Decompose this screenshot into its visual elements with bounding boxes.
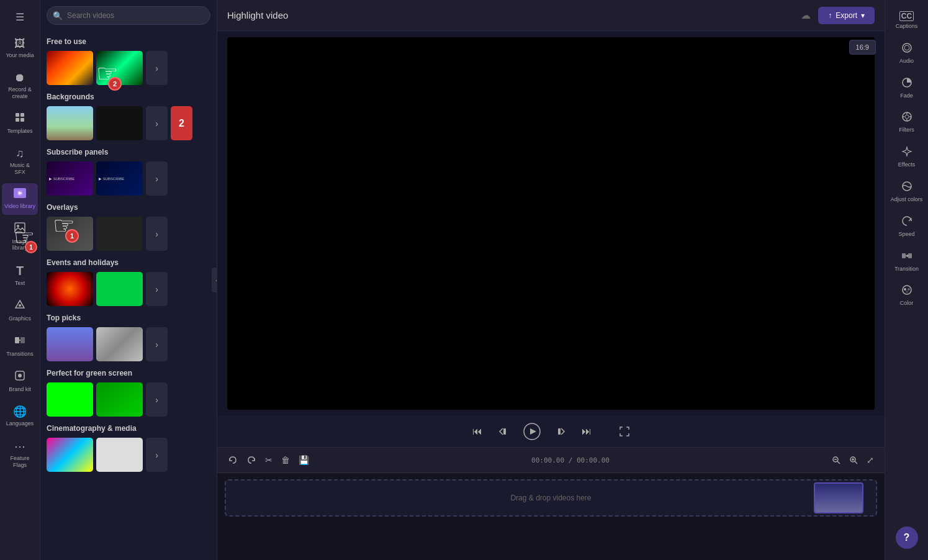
captions-icon: CC [899,11,914,21]
sidebar-item-graphics[interactable]: Graphics [2,294,38,327]
undo-button[interactable] [225,452,241,468]
tool-effects[interactable]: Effects [888,141,926,173]
timeline-area[interactable]: Drag & drop videos here [217,473,885,560]
clip-thumbnail [815,484,862,512]
green-screen-more-btn[interactable]: › [146,382,168,417]
thumb-cinema2[interactable] [96,438,143,472]
sidebar-item-music[interactable]: ♫ Music & SFX [2,142,38,181]
backgrounds-row: › 2 [47,106,210,140]
sidebar-item-text[interactable]: T Text [2,259,38,292]
free-more-btn[interactable]: › [146,51,168,85]
svg-point-28 [904,45,909,50]
timeline-clip[interactable] [814,482,863,513]
zoom-controls: ⤢ [829,452,877,468]
sidebar-item-languages[interactable]: 🌐 Languages [2,400,38,432]
thumb-dark[interactable] [96,106,143,140]
panel-scroll[interactable]: Free to use › Backgrounds › 2 Subscribe … [40,30,217,560]
sidebar-item-label: Your media [6,52,34,59]
tool-label: Color [900,300,914,307]
tool-captions[interactable]: CC Captions [888,6,926,35]
thumb-holiday-green[interactable] [96,272,143,306]
music-icon: ♫ [16,147,24,160]
subscribe-more-btn[interactable]: › [146,161,168,196]
svg-rect-37 [902,253,906,258]
sidebar-item-label: Graphics [9,315,31,322]
thumb-overlay1[interactable] [47,217,93,251]
sidebar-item-templates[interactable]: Templates [2,107,38,140]
section-title-cinematography: Cinematography & media [47,424,210,433]
tool-audio[interactable]: Audio [888,37,926,70]
overlays-more-btn[interactable]: › [146,217,168,251]
zoom-in-button[interactable] [846,453,861,467]
subscribe-row: ▶ SUBSCRIBE ▶ SUBSCRIBE › [47,161,210,196]
sidebar-item-image-library[interactable]: Image library [2,217,38,257]
cut-button[interactable]: ✂ [262,452,276,468]
thumb-greenscreen2[interactable] [96,382,143,417]
search-icon: 🔍 [53,11,63,20]
tool-speed[interactable]: Speed [888,210,926,243]
tool-label: Effects [898,161,915,168]
sidebar-item-video-library[interactable]: Video library [2,183,38,215]
tool-color[interactable]: Color [888,279,926,312]
save-button[interactable]: 💾 [295,452,312,468]
tool-transition[interactable]: Transition [888,245,926,278]
sidebar-item-record[interactable]: ⏺ Record & create [2,66,38,105]
top-bar: Highlight video ☁ ↑ Export ▾ [217,0,885,31]
section-title-green-screen: Perfect for green screen [47,369,210,377]
panel-collapse-btn[interactable]: ‹ [212,268,217,292]
svg-point-8 [17,225,19,227]
svg-line-21 [837,461,840,464]
top-picks-more-btn[interactable]: › [146,327,168,361]
events-more-btn[interactable]: › [146,272,168,306]
brand-kit-icon [14,370,25,384]
green-screen-row: › [47,382,210,417]
svg-point-42 [908,288,910,291]
zoom-out-button[interactable] [829,453,844,467]
help-button[interactable]: ? [896,526,918,549]
skip-forward-button[interactable]: ⏭ [579,423,594,440]
sidebar-item-your-media[interactable]: 🖼 Your media [2,32,38,64]
fit-button[interactable]: ⤢ [863,452,877,468]
thumb-sky[interactable] [47,327,93,361]
thumb-landscape[interactable] [47,106,93,140]
svg-rect-12 [20,337,25,343]
play-button[interactable] [521,420,543,443]
tool-fade[interactable]: Fade [888,72,926,104]
sidebar-item-label: Brand kit [9,386,31,393]
backgrounds-more-btn[interactable]: › [146,106,168,140]
thumb-fire[interactable] [47,51,93,85]
thumb-fireworks[interactable] [47,272,93,306]
forward-button[interactable] [553,423,569,440]
sidebar-item-transitions[interactable]: Transitions [2,330,38,363]
fullscreen-button[interactable] [616,423,633,440]
svg-point-27 [903,43,911,52]
sidebar-item-feature-flags[interactable]: ⋯ Feature Flags [2,435,38,474]
thumb-silver[interactable] [96,327,143,361]
thumb-overlay2[interactable] [96,217,143,251]
thumb-sub2[interactable]: ▶ SUBSCRIBE [96,161,143,196]
tool-filters[interactable]: Filters [888,106,926,138]
rewind-button[interactable] [495,423,511,440]
thumb-cinema1[interactable] [47,438,93,472]
your-media-icon: 🖼 [14,37,25,50]
thumb-neon[interactable] [96,51,143,85]
redo-button[interactable] [243,452,259,468]
aspect-ratio-button[interactable]: 16:9 [849,40,876,55]
timeline-track[interactable]: Drag & drop videos here [225,479,877,517]
sidebar-item-brand-kit[interactable]: Brand kit [2,365,38,398]
thumb-greenscreen1[interactable] [47,382,93,417]
svg-line-24 [855,461,857,464]
svg-point-41 [904,288,906,291]
svg-point-15 [18,374,22,377]
export-button[interactable]: ↑ Export ▾ [818,7,875,24]
hamburger-menu[interactable]: ☰ [2,6,38,30]
feature-flags-icon: ⋯ [14,440,25,453]
tool-adjust-colors[interactable]: Adjust colors [888,176,926,208]
filters-icon [901,111,912,125]
skip-back-button[interactable]: ⏮ [470,423,485,440]
search-input[interactable] [47,6,210,25]
cinematography-more-btn[interactable]: › [146,438,168,472]
tool-label: Captions [896,23,918,30]
thumb-sub1[interactable]: ▶ SUBSCRIBE [47,161,93,196]
delete-button[interactable]: 🗑 [278,452,293,468]
